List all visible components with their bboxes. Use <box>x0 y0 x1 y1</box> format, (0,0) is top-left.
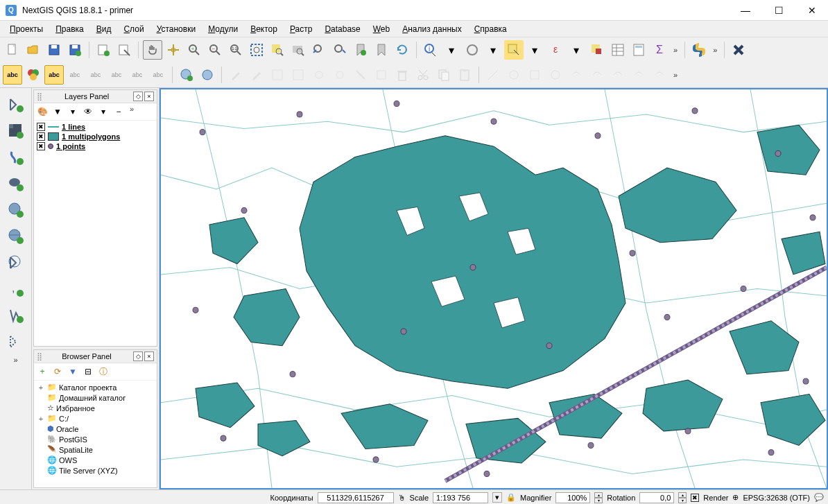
magnifier-spinner[interactable]: ▴▾ <box>594 492 603 503</box>
label-toolbar-button[interactable]: abc <box>3 65 22 85</box>
scale-input[interactable] <box>433 492 488 503</box>
layers-eye-button[interactable]: 👁 <box>81 105 95 119</box>
add-wcs-button[interactable] <box>3 224 28 249</box>
epsg-label[interactable]: EPSG:32638 (OTF) <box>743 494 810 502</box>
deselect-button[interactable] <box>587 40 607 60</box>
layers-overflow[interactable]: » <box>127 105 137 119</box>
identify-dropdown[interactable]: ▾ <box>442 40 461 60</box>
layers-panel-grip[interactable]: ⣿ <box>37 92 42 101</box>
layers-expand-button[interactable]: ▾ <box>66 105 80 119</box>
zoom-to-layer-button[interactable] <box>288 40 308 60</box>
add-delimited-button[interactable]: , <box>3 277 28 302</box>
layout-manager-button[interactable] <box>114 40 134 60</box>
tool-x-button[interactable] <box>729 40 748 60</box>
browser-panel-grip[interactable]: ⣿ <box>37 352 42 361</box>
show-bookmarks-button[interactable] <box>372 40 391 60</box>
crs-icon[interactable]: ⊕ <box>732 493 739 502</box>
add-raster-button[interactable] <box>3 119 28 144</box>
magnifier-input[interactable] <box>555 492 590 503</box>
zoom-last-button[interactable] <box>309 40 329 60</box>
layer-checkbox[interactable]: ✖ <box>37 132 45 141</box>
new-bookmark-button[interactable] <box>351 40 370 60</box>
tool-1-dropdown[interactable]: ▾ <box>483 40 503 60</box>
menu-analysis[interactable]: Анализ данных <box>397 23 467 35</box>
pan-button[interactable] <box>143 40 162 60</box>
add-vector-button[interactable] <box>3 92 28 117</box>
layer-row-multipolygons[interactable]: ✖ 1 multipolygons <box>35 132 155 141</box>
new-project-button[interactable] <box>3 40 22 60</box>
left-overflow[interactable]: » <box>0 356 31 364</box>
layer-row-points[interactable]: ✖ 1 points <box>35 141 155 151</box>
layer-checkbox[interactable]: ✖ <box>37 123 45 131</box>
globe-button[interactable] <box>198 65 217 85</box>
select-by-expression-button[interactable]: ε <box>546 40 565 60</box>
layer-styling-button[interactable] <box>24 65 43 85</box>
refresh-button[interactable] <box>393 40 412 60</box>
messages-icon[interactable]: 💬 <box>814 493 824 502</box>
browser-item-project[interactable]: +📁Каталог проекта <box>35 382 155 392</box>
tool-1-button[interactable] <box>463 40 482 60</box>
browser-item-home[interactable]: 📁Домашний каталог <box>35 392 155 403</box>
toolbar-overflow-2[interactable]: » <box>710 46 720 54</box>
add-gps-button[interactable] <box>3 303 28 328</box>
open-project-button[interactable] <box>24 40 43 60</box>
layer-checkbox[interactable]: ✖ <box>37 142 45 150</box>
layers-panel-close[interactable]: × <box>144 92 154 101</box>
maximize-button[interactable]: ☐ <box>768 5 789 16</box>
label-layer-button[interactable]: abc <box>44 65 64 85</box>
attribute-table-button[interactable] <box>608 40 628 60</box>
globe-add-button[interactable] <box>177 65 196 85</box>
minimize-button[interactable]: — <box>735 5 756 16</box>
add-postgis-button[interactable] <box>3 171 28 196</box>
browser-filter-button[interactable]: ▼ <box>66 365 80 379</box>
browser-item-ows[interactable]: 🌐OWS <box>35 455 155 465</box>
select-button[interactable] <box>504 40 524 60</box>
menu-edit[interactable]: Правка <box>50 23 89 35</box>
close-button[interactable]: ✕ <box>802 5 822 16</box>
toolbar-overflow-1[interactable]: » <box>671 46 680 54</box>
browser-refresh-button[interactable]: ⟳ <box>51 365 64 379</box>
identify-button[interactable]: i <box>421 40 440 60</box>
browser-collapse-button[interactable]: ⊟ <box>81 365 95 379</box>
layers-panel-float[interactable]: ◇ <box>133 92 143 101</box>
browser-panel-close[interactable]: × <box>144 351 154 361</box>
add-virtual-button[interactable] <box>3 329 28 354</box>
statistics-button[interactable]: Σ <box>650 40 669 60</box>
browser-item-c-drive[interactable]: +📁C:/ <box>35 413 155 424</box>
browser-item-oracle[interactable]: ⬢Oracle <box>35 424 155 434</box>
layers-collapse-button[interactable]: ▾ <box>96 105 110 119</box>
add-wfs-button[interactable] <box>3 250 28 275</box>
pan-to-selection-button[interactable] <box>164 40 183 60</box>
browser-item-postgis[interactable]: 🐘PostGIS <box>35 434 155 444</box>
zoom-to-selection-button[interactable] <box>268 40 287 60</box>
menu-layer[interactable]: Слой <box>118 23 149 35</box>
menu-vector[interactable]: Вектор <box>245 23 283 35</box>
layers-filter-button[interactable]: ▼ <box>51 105 64 119</box>
menu-database[interactable]: Database <box>319 23 365 35</box>
menu-web[interactable]: Web <box>368 23 395 35</box>
menu-raster[interactable]: Растр <box>284 23 318 35</box>
render-checkbox[interactable]: ✖ <box>691 494 699 502</box>
menu-settings[interactable]: Установки <box>151 23 202 35</box>
save-as-button[interactable] <box>65 40 85 60</box>
field-calculator-button[interactable] <box>629 40 648 60</box>
menu-projects[interactable]: Проекты <box>4 23 49 35</box>
zoom-in-button[interactable]: + <box>184 40 204 60</box>
coords-input[interactable] <box>318 492 394 503</box>
browser-item-spatialite[interactable]: 🪶SpatiaLite <box>35 444 155 455</box>
zoom-native-button[interactable]: 1:1 <box>226 40 245 60</box>
lock-icon[interactable]: 🔒 <box>506 493 516 502</box>
expression-dropdown[interactable]: ▾ <box>567 40 586 60</box>
toolbar-overflow-3[interactable]: » <box>671 71 680 79</box>
menu-plugins[interactable]: Модули <box>202 23 243 35</box>
scale-dropdown[interactable]: ▾ <box>492 492 502 503</box>
rotation-spinner[interactable]: ▴▾ <box>678 492 687 503</box>
mouse-toggle-icon[interactable]: 🖱 <box>398 494 406 502</box>
menu-help[interactable]: Справка <box>469 23 512 35</box>
browser-item-favorites[interactable]: ☆Избранное <box>35 403 155 413</box>
add-wms-button[interactable] <box>3 198 28 223</box>
map-canvas[interactable] <box>159 88 828 489</box>
rotation-input[interactable] <box>639 492 674 503</box>
save-button[interactable] <box>44 40 64 60</box>
menu-view[interactable]: Вид <box>91 23 117 35</box>
